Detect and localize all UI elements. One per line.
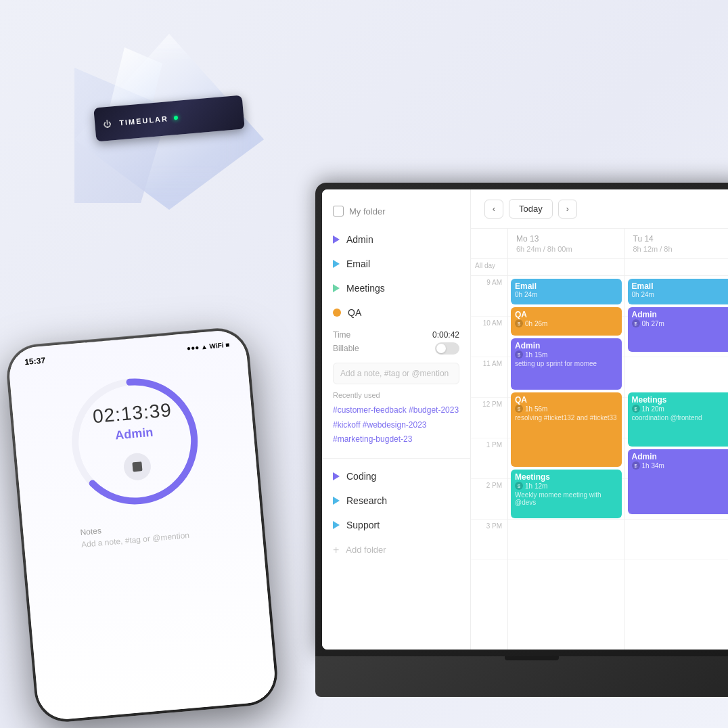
sidebar-item-support[interactable]: Support — [322, 513, 470, 537]
billing-icon: $ — [515, 319, 523, 327]
cal-event-qa-mon-duration: $ 0h 26m — [515, 319, 618, 327]
laptop-base — [315, 656, 728, 697]
time-slot-9am: 9 AM — [471, 276, 507, 317]
cal-event-admin-mon[interactable]: Admin $ 1h 15m setting up sprint for mom… — [511, 338, 622, 390]
folder-header-label: My folder — [349, 206, 385, 217]
cal-event-email-tue-title: Email — [632, 281, 729, 291]
calendar-panel: ‹ Today › Mo 13 6h 24m / 8h 00m Tu 14 8h… — [471, 189, 728, 650]
billable-label: Billable — [333, 344, 359, 353]
cal-event-admin2-tue-title: Admin — [632, 452, 729, 461]
cal-event-qa-mon[interactable]: QA $ 0h 26m — [511, 307, 622, 336]
time-gutter-header — [471, 229, 508, 258]
billable-toggle-knob — [436, 344, 446, 353]
coding-label: Coding — [346, 471, 376, 482]
cal-event-admin2-tue-duration: $ 1h 34m — [632, 461, 729, 470]
cal-event-email-tue[interactable]: Email 0h 24m — [628, 279, 729, 304]
billing-icon-7: $ — [632, 461, 640, 470]
time-label: Time — [333, 330, 350, 340]
timer-text-overlay: 02:13:39 Admin — [92, 399, 178, 484]
device-status-dot — [174, 116, 179, 120]
phone-screen: 15:37 ●●● ▲ WiFi ■ 02:13:39 Admin — [7, 329, 277, 722]
cal-event-email-tue-duration: 0h 24m — [632, 291, 729, 298]
cal-event-email-mon-title: Email — [515, 281, 618, 291]
sidebar-item-admin[interactable]: Admin — [322, 227, 470, 252]
day-slot-tue-11 — [625, 357, 729, 398]
add-folder-row[interactable]: + Add folder — [322, 537, 470, 563]
cal-event-meetings-mon-duration: $ 1h 12m — [515, 482, 618, 490]
billing-icon-2: $ — [515, 350, 523, 359]
billable-toggle[interactable] — [435, 342, 459, 355]
sidebar-item-meetings[interactable]: Meetings — [322, 276, 470, 300]
day-hours-mon: 6h 24m / 8h 00m — [516, 245, 616, 253]
cal-event-email-mon-duration: 0h 24m — [515, 291, 618, 298]
sidebar-item-qa[interactable]: QA — [322, 300, 470, 325]
phone-clock: 15:37 — [24, 356, 46, 367]
time-slot-2pm: 2 PM — [471, 479, 507, 520]
cal-event-meetings-mon-title: Meetings — [515, 472, 618, 482]
day-name-tue: Tu 14 — [633, 234, 729, 244]
prev-button[interactable]: ‹ — [484, 200, 503, 219]
billing-icon-4: $ — [515, 482, 523, 490]
cal-event-meetings-tue-title: Meetings — [632, 395, 729, 405]
cal-event-email-mon[interactable]: Email 0h 24m — [511, 279, 622, 304]
email-play-icon — [333, 260, 340, 268]
today-button[interactable]: Today — [509, 199, 553, 219]
sidebar-item-email[interactable]: Email — [322, 252, 470, 276]
phone-status-icons: ●●● ▲ WiFi ■ — [187, 340, 230, 351]
sidebar-item-research[interactable]: Research — [322, 488, 470, 513]
app-sidebar: My folder Admin Email Meetings — [322, 189, 471, 650]
next-button[interactable]: › — [558, 200, 577, 219]
day-column-mon: Email 0h 24m QA $ 0h 26m — [508, 276, 625, 650]
day-header-mon: Mo 13 6h 24m / 8h 00m — [508, 229, 625, 258]
time-column: 9 AM 10 AM 11 AM 12 PM 1 PM 2 PM 3 PM — [471, 276, 508, 650]
recently-used-label: Recently used — [333, 391, 459, 399]
power-icon: ⏻ — [103, 119, 112, 129]
cal-event-qa-mon-title: QA — [515, 310, 618, 319]
cal-event-qa2-mon[interactable]: QA $ 1h 56m resolving #ticket132 and #ti… — [511, 392, 622, 467]
cal-event-meetings-tue-duration: $ 1h 20m — [632, 405, 729, 413]
allday-label: All day — [471, 259, 508, 275]
sidebar-divider — [322, 458, 470, 459]
hashtag-line-3: #marketing-bugdet-23 — [333, 432, 459, 447]
note-input[interactable]: Add a note, #tag or @mention — [333, 363, 459, 384]
cal-event-admin-tue-duration: $ 0h 27m — [632, 319, 729, 327]
billing-icon-6: $ — [632, 405, 640, 413]
day-name-mon: Mo 13 — [516, 234, 616, 244]
cal-event-admin-mon-duration: $ 1h 15m — [515, 350, 618, 359]
hashtag-line-1: #customer-feedback #budget-2023 — [333, 403, 459, 418]
cal-event-admin-mon-title: Admin — [515, 341, 618, 350]
coding-play-icon — [333, 472, 340, 480]
calendar-body: 9 AM 10 AM 11 AM 12 PM 1 PM 2 PM 3 PM — [471, 276, 728, 650]
timeular-device: ⏻ TIMEULAR — [20, 0, 304, 257]
cal-event-admin-tue[interactable]: Admin $ 0h 27m — [628, 307, 729, 352]
cal-event-qa2-mon-note: resolving #ticket132 and #ticket33 — [515, 414, 618, 422]
cal-event-meetings-tue[interactable]: Meetings $ 1h 20m coordination @frontend — [628, 392, 729, 447]
time-slot-1pm: 1 PM — [471, 438, 507, 479]
stop-button[interactable] — [122, 452, 152, 481]
phone: 15:37 ●●● ▲ WiFi ■ 02:13:39 Admin — [4, 325, 279, 724]
day-slot-mon-3 — [508, 520, 624, 560]
sidebar-item-coding[interactable]: Coding — [322, 464, 470, 488]
app-ui: My folder Admin Email Meetings — [322, 189, 728, 650]
support-label: Support — [346, 520, 380, 530]
hashtags: #customer-feedback #budget-2023 #kickoff… — [333, 403, 459, 447]
laptop: My folder Admin Email Meetings — [315, 183, 728, 697]
research-label: Research — [346, 495, 387, 506]
day-slot-tue-3 — [625, 520, 729, 560]
day-hours-tue: 8h 12m / 8h — [633, 245, 729, 253]
admin-play-icon — [333, 235, 340, 244]
time-slot-10am: 10 AM — [471, 317, 507, 357]
day-header-tue: Tu 14 8h 12m / 8h — [625, 229, 729, 258]
time-value: 0:00:42 — [432, 330, 459, 340]
folder-header: My folder — [322, 200, 470, 227]
allday-row: All day — [471, 259, 728, 276]
cal-event-meetings-mon[interactable]: Meetings $ 1h 12m Weekly momee meeting w… — [511, 470, 622, 518]
billing-icon-3: $ — [515, 405, 523, 413]
admin-label: Admin — [346, 234, 373, 245]
cal-event-admin-mon-note: setting up sprint for momee — [515, 360, 618, 367]
research-play-icon — [333, 497, 340, 505]
cal-event-admin2-tue[interactable]: Admin $ 1h 34m — [628, 449, 729, 514]
plus-icon: + — [333, 544, 339, 556]
meetings-label: Meetings — [346, 283, 385, 294]
allday-mon — [508, 259, 625, 275]
